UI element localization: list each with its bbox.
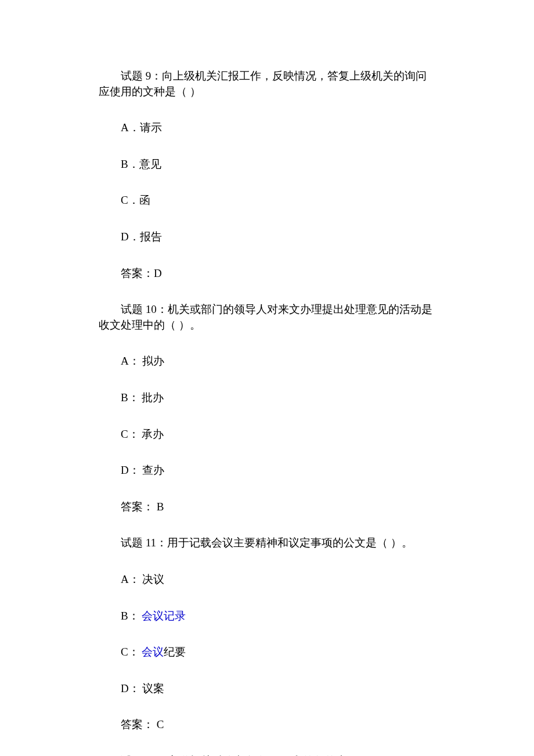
option-b-prefix: B：: [121, 610, 142, 622]
question-9-option-c: C．函: [99, 193, 435, 208]
question-9-option-a: A．请示: [99, 120, 435, 136]
meeting-link[interactable]: 会议: [142, 646, 164, 658]
question-10: 试题 10：机关或部门的领导人对来文办理提出处理意见的活动是收文处理中的（ ）。…: [99, 302, 435, 514]
question-10-option-d: D： 查办: [99, 463, 435, 478]
option-c-suffix: 纪要: [164, 646, 186, 658]
question-11-answer: 答案： C: [99, 717, 435, 733]
question-12: 试题 12：主送机关对公文负有（ ）和答复的责任。 A： 转发 B： 抄送: [99, 754, 435, 756]
question-11: 试题 11：用于记载会议主要精神和议定事项的公文是（ ）。 A： 决议 B： 会…: [99, 535, 435, 733]
question-10-option-a: A： 拟办: [99, 354, 435, 369]
question-10-text: 试题 10：机关或部门的领导人对来文办理提出处理意见的活动是收文处理中的（ ）。: [99, 302, 435, 333]
question-10-answer: 答案： B: [99, 499, 435, 515]
question-9-answer: 答案：D: [99, 266, 435, 282]
question-11-option-a: A： 决议: [99, 572, 435, 588]
question-10-option-c: C： 承办: [99, 427, 435, 442]
meeting-record-link[interactable]: 会议记录: [142, 610, 186, 622]
question-11-option-c: C： 会议纪要: [99, 645, 435, 660]
question-11-text: 试题 11：用于记载会议主要精神和议定事项的公文是（ ）。: [99, 535, 435, 551]
question-9: 试题 9：向上级机关汇报工作，反映情况，答复上级机关的询问应使用的文种是（ ） …: [99, 69, 435, 281]
question-12-text: 试题 12：主送机关对公文负有（ ）和答复的责任。: [99, 754, 435, 756]
question-10-option-b: B： 批办: [99, 390, 435, 406]
question-11-option-b: B： 会议记录: [99, 609, 435, 624]
question-11-option-d: D： 议案: [99, 681, 435, 697]
question-9-option-d: D．报告: [99, 229, 435, 245]
question-9-option-b: B．意见: [99, 157, 435, 172]
option-c-prefix: C：: [121, 646, 142, 658]
question-9-text: 试题 9：向上级机关汇报工作，反映情况，答复上级机关的询问应使用的文种是（ ）: [99, 69, 435, 99]
